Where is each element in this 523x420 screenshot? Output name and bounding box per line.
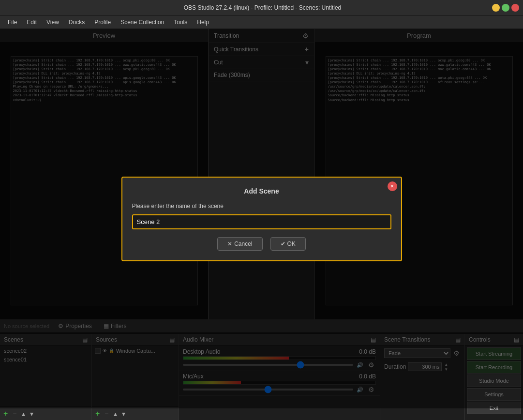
sources-down-button[interactable]: ▾ — [120, 410, 127, 418]
minimize-button[interactable] — [492, 4, 500, 12]
cancel-icon: ✕ — [227, 240, 232, 247]
titlebar-controls[interactable] — [492, 4, 519, 12]
menu-scene-collection[interactable]: Scene Collection — [117, 17, 168, 27]
dialog-overlay: Add Scene × Please enter the name of the… — [0, 29, 523, 408]
cancel-label: Cancel — [234, 240, 252, 247]
scenes-add-button[interactable]: + — [2, 409, 9, 418]
scenes-footer: + − ▴ ▾ — [0, 406, 91, 420]
scenes-up-button[interactable]: ▴ — [20, 410, 27, 418]
sources-remove-button[interactable]: − — [103, 410, 110, 418]
scenes-remove-button[interactable]: − — [11, 410, 18, 418]
menu-edit[interactable]: Edit — [23, 17, 41, 27]
menu-tools[interactable]: Tools — [170, 17, 191, 27]
titlebar: OBS Studio 27.2.4 (linux) - Profile: Unt… — [0, 0, 523, 15]
dialog-title: Add Scene — [132, 187, 391, 195]
sources-footer: + − ▴ ▾ — [92, 406, 179, 420]
sources-up-button[interactable]: ▴ — [112, 410, 119, 418]
ok-label: OK — [287, 240, 296, 247]
dialog-cancel-button[interactable]: ✕ Cancel — [217, 237, 262, 251]
dialog-prompt: Please enter the name of the scene — [132, 203, 391, 210]
dialog-close-button[interactable]: × — [388, 181, 397, 191]
menubar: File Edit View Docks Profile Scene Colle… — [0, 15, 523, 29]
sources-add-button[interactable]: + — [94, 409, 101, 418]
add-scene-dialog: Add Scene × Please enter the name of the… — [121, 177, 402, 261]
menu-file[interactable]: File — [4, 17, 21, 27]
close-button[interactable] — [511, 4, 519, 12]
maximize-button[interactable] — [502, 4, 509, 12]
scenes-down-button[interactable]: ▾ — [29, 410, 35, 418]
menu-help[interactable]: Help — [193, 17, 213, 27]
dialog-scene-name-input[interactable] — [132, 214, 391, 229]
menu-profile[interactable]: Profile — [90, 17, 115, 27]
dialog-ok-button[interactable]: ✔ OK — [270, 237, 306, 251]
menu-docks[interactable]: Docks — [65, 17, 89, 27]
ok-icon: ✔ — [281, 240, 285, 247]
window-title: OBS Studio 27.2.4 (linux) - Profile: Unt… — [33, 4, 492, 11]
menu-view[interactable]: View — [43, 17, 63, 27]
dialog-buttons: ✕ Cancel ✔ OK — [132, 237, 391, 251]
